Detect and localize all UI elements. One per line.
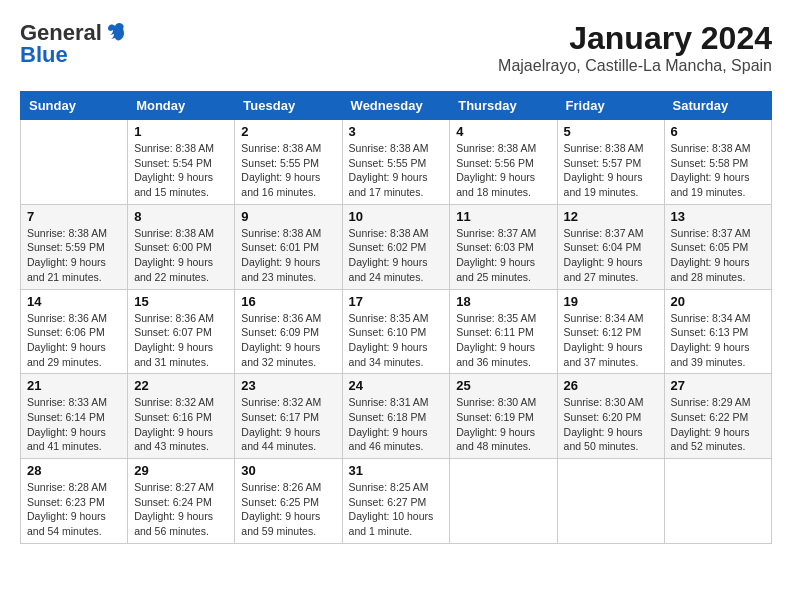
calendar-cell: 9Sunrise: 8:38 AMSunset: 6:01 PMDaylight…	[235, 204, 342, 289]
page-header: General Blue January 2024 Majaelrayo, Ca…	[20, 20, 772, 75]
day-header-sunday: Sunday	[21, 92, 128, 120]
day-number: 28	[27, 463, 121, 478]
calendar-cell: 25Sunrise: 8:30 AMSunset: 6:19 PMDayligh…	[450, 374, 557, 459]
day-number: 4	[456, 124, 550, 139]
calendar-cell: 4Sunrise: 8:38 AMSunset: 5:56 PMDaylight…	[450, 120, 557, 205]
month-title: January 2024	[498, 20, 772, 57]
day-number: 20	[671, 294, 765, 309]
calendar-cell: 17Sunrise: 8:35 AMSunset: 6:10 PMDayligh…	[342, 289, 450, 374]
day-number: 16	[241, 294, 335, 309]
day-info: Sunrise: 8:38 AMSunset: 6:02 PMDaylight:…	[349, 226, 444, 285]
calendar-cell	[664, 459, 771, 544]
day-number: 15	[134, 294, 228, 309]
day-number: 12	[564, 209, 658, 224]
calendar-cell: 27Sunrise: 8:29 AMSunset: 6:22 PMDayligh…	[664, 374, 771, 459]
day-header-saturday: Saturday	[664, 92, 771, 120]
day-info: Sunrise: 8:38 AMSunset: 5:59 PMDaylight:…	[27, 226, 121, 285]
logo: General Blue	[20, 20, 126, 68]
day-info: Sunrise: 8:32 AMSunset: 6:16 PMDaylight:…	[134, 395, 228, 454]
location: Majaelrayo, Castille-La Mancha, Spain	[498, 57, 772, 75]
day-number: 19	[564, 294, 658, 309]
day-number: 18	[456, 294, 550, 309]
calendar-week-4: 21Sunrise: 8:33 AMSunset: 6:14 PMDayligh…	[21, 374, 772, 459]
calendar-cell: 8Sunrise: 8:38 AMSunset: 6:00 PMDaylight…	[128, 204, 235, 289]
day-info: Sunrise: 8:35 AMSunset: 6:11 PMDaylight:…	[456, 311, 550, 370]
day-number: 13	[671, 209, 765, 224]
day-number: 7	[27, 209, 121, 224]
day-number: 25	[456, 378, 550, 393]
day-number: 8	[134, 209, 228, 224]
bird-icon	[104, 20, 126, 42]
calendar-cell: 30Sunrise: 8:26 AMSunset: 6:25 PMDayligh…	[235, 459, 342, 544]
calendar-cell: 7Sunrise: 8:38 AMSunset: 5:59 PMDaylight…	[21, 204, 128, 289]
calendar-cell: 15Sunrise: 8:36 AMSunset: 6:07 PMDayligh…	[128, 289, 235, 374]
day-info: Sunrise: 8:38 AMSunset: 6:01 PMDaylight:…	[241, 226, 335, 285]
day-info: Sunrise: 8:36 AMSunset: 6:06 PMDaylight:…	[27, 311, 121, 370]
day-number: 11	[456, 209, 550, 224]
day-info: Sunrise: 8:37 AMSunset: 6:05 PMDaylight:…	[671, 226, 765, 285]
day-info: Sunrise: 8:31 AMSunset: 6:18 PMDaylight:…	[349, 395, 444, 454]
title-section: January 2024 Majaelrayo, Castille-La Man…	[498, 20, 772, 75]
day-info: Sunrise: 8:38 AMSunset: 5:56 PMDaylight:…	[456, 141, 550, 200]
day-info: Sunrise: 8:35 AMSunset: 6:10 PMDaylight:…	[349, 311, 444, 370]
day-number: 29	[134, 463, 228, 478]
day-info: Sunrise: 8:30 AMSunset: 6:20 PMDaylight:…	[564, 395, 658, 454]
calendar-cell: 11Sunrise: 8:37 AMSunset: 6:03 PMDayligh…	[450, 204, 557, 289]
day-info: Sunrise: 8:29 AMSunset: 6:22 PMDaylight:…	[671, 395, 765, 454]
calendar-cell	[557, 459, 664, 544]
day-header-wednesday: Wednesday	[342, 92, 450, 120]
day-number: 22	[134, 378, 228, 393]
calendar-cell: 24Sunrise: 8:31 AMSunset: 6:18 PMDayligh…	[342, 374, 450, 459]
day-info: Sunrise: 8:38 AMSunset: 6:00 PMDaylight:…	[134, 226, 228, 285]
calendar-cell: 16Sunrise: 8:36 AMSunset: 6:09 PMDayligh…	[235, 289, 342, 374]
day-number: 23	[241, 378, 335, 393]
logo-blue-text: Blue	[20, 42, 68, 68]
calendar-cell: 5Sunrise: 8:38 AMSunset: 5:57 PMDaylight…	[557, 120, 664, 205]
calendar-header-row: SundayMondayTuesdayWednesdayThursdayFrid…	[21, 92, 772, 120]
calendar-cell: 18Sunrise: 8:35 AMSunset: 6:11 PMDayligh…	[450, 289, 557, 374]
calendar-cell: 12Sunrise: 8:37 AMSunset: 6:04 PMDayligh…	[557, 204, 664, 289]
day-info: Sunrise: 8:38 AMSunset: 5:54 PMDaylight:…	[134, 141, 228, 200]
calendar-cell	[450, 459, 557, 544]
day-info: Sunrise: 8:32 AMSunset: 6:17 PMDaylight:…	[241, 395, 335, 454]
day-info: Sunrise: 8:37 AMSunset: 6:03 PMDaylight:…	[456, 226, 550, 285]
day-number: 27	[671, 378, 765, 393]
day-info: Sunrise: 8:36 AMSunset: 6:09 PMDaylight:…	[241, 311, 335, 370]
calendar-table: SundayMondayTuesdayWednesdayThursdayFrid…	[20, 91, 772, 544]
calendar-week-3: 14Sunrise: 8:36 AMSunset: 6:06 PMDayligh…	[21, 289, 772, 374]
day-number: 10	[349, 209, 444, 224]
calendar-cell: 26Sunrise: 8:30 AMSunset: 6:20 PMDayligh…	[557, 374, 664, 459]
day-header-monday: Monday	[128, 92, 235, 120]
calendar-week-1: 1Sunrise: 8:38 AMSunset: 5:54 PMDaylight…	[21, 120, 772, 205]
day-number: 21	[27, 378, 121, 393]
calendar-cell: 21Sunrise: 8:33 AMSunset: 6:14 PMDayligh…	[21, 374, 128, 459]
calendar-cell: 14Sunrise: 8:36 AMSunset: 6:06 PMDayligh…	[21, 289, 128, 374]
day-number: 2	[241, 124, 335, 139]
calendar-week-5: 28Sunrise: 8:28 AMSunset: 6:23 PMDayligh…	[21, 459, 772, 544]
day-number: 1	[134, 124, 228, 139]
calendar-cell: 23Sunrise: 8:32 AMSunset: 6:17 PMDayligh…	[235, 374, 342, 459]
day-header-thursday: Thursday	[450, 92, 557, 120]
day-info: Sunrise: 8:38 AMSunset: 5:57 PMDaylight:…	[564, 141, 658, 200]
day-info: Sunrise: 8:34 AMSunset: 6:13 PMDaylight:…	[671, 311, 765, 370]
calendar-cell: 29Sunrise: 8:27 AMSunset: 6:24 PMDayligh…	[128, 459, 235, 544]
day-number: 31	[349, 463, 444, 478]
day-number: 6	[671, 124, 765, 139]
day-info: Sunrise: 8:38 AMSunset: 5:55 PMDaylight:…	[349, 141, 444, 200]
day-number: 17	[349, 294, 444, 309]
calendar-cell: 20Sunrise: 8:34 AMSunset: 6:13 PMDayligh…	[664, 289, 771, 374]
calendar-cell: 3Sunrise: 8:38 AMSunset: 5:55 PMDaylight…	[342, 120, 450, 205]
calendar-cell: 13Sunrise: 8:37 AMSunset: 6:05 PMDayligh…	[664, 204, 771, 289]
day-number: 9	[241, 209, 335, 224]
day-number: 26	[564, 378, 658, 393]
day-info: Sunrise: 8:30 AMSunset: 6:19 PMDaylight:…	[456, 395, 550, 454]
calendar-week-2: 7Sunrise: 8:38 AMSunset: 5:59 PMDaylight…	[21, 204, 772, 289]
day-info: Sunrise: 8:33 AMSunset: 6:14 PMDaylight:…	[27, 395, 121, 454]
calendar-cell: 6Sunrise: 8:38 AMSunset: 5:58 PMDaylight…	[664, 120, 771, 205]
calendar-cell: 22Sunrise: 8:32 AMSunset: 6:16 PMDayligh…	[128, 374, 235, 459]
day-header-tuesday: Tuesday	[235, 92, 342, 120]
day-info: Sunrise: 8:37 AMSunset: 6:04 PMDaylight:…	[564, 226, 658, 285]
day-number: 5	[564, 124, 658, 139]
calendar-cell: 2Sunrise: 8:38 AMSunset: 5:55 PMDaylight…	[235, 120, 342, 205]
day-info: Sunrise: 8:38 AMSunset: 5:58 PMDaylight:…	[671, 141, 765, 200]
